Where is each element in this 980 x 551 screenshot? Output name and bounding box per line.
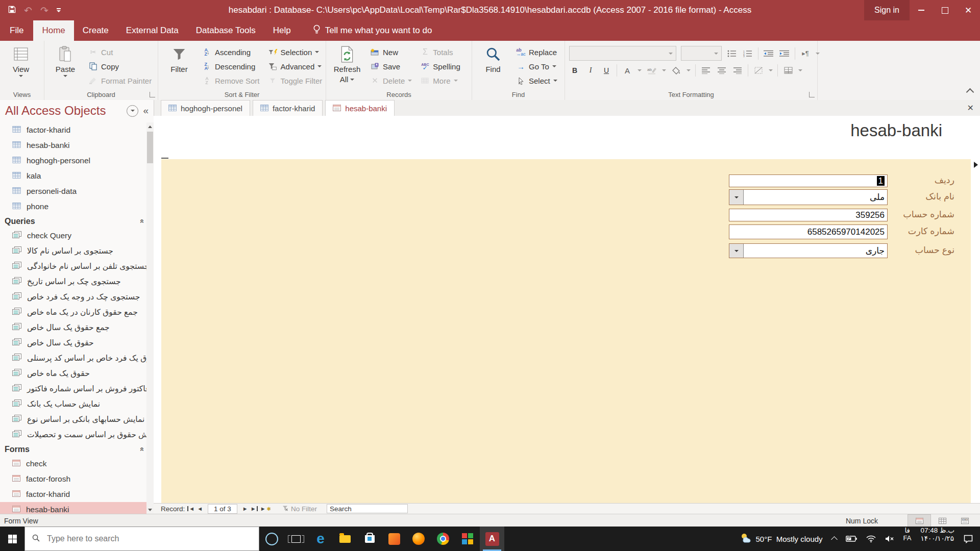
combo-dropdown-icon[interactable] — [729, 190, 744, 205]
spelling-button[interactable]: ABC✓ Spelling — [418, 59, 462, 73]
shutter-bar-close-icon[interactable]: « — [143, 105, 149, 116]
doc-tab-factor-kharid[interactable]: factor-kharid — [253, 100, 323, 116]
nav-query-item[interactable]: نمایش حقوق بر اساس سمت و تحصیلات — [0, 427, 146, 442]
nav-query-item[interactable]: جمع حقوق کارنان در یک ماه خاص — [0, 305, 146, 320]
nav-query-item[interactable]: جستجوی چک بر اساس تاریخ — [0, 274, 146, 289]
tab-home[interactable]: Home — [33, 20, 74, 41]
app-icon-orange[interactable] — [382, 527, 406, 551]
scroll-down-icon[interactable] — [146, 506, 154, 514]
save-record-button[interactable]: Save — [368, 59, 414, 73]
nav-query-item[interactable]: جستجوی بر اساس نام کالا — [0, 243, 146, 259]
bold-button[interactable]: B — [569, 65, 580, 76]
nav-query-item[interactable]: check Query — [0, 228, 146, 243]
decrease-indent-icon[interactable] — [763, 48, 774, 59]
clock-widget[interactable]: ب.ظ 07:48 ۱۴۰۰/۱۰/۲۵ — [916, 527, 960, 551]
paragraph-direction-icon[interactable]: ▸¶ — [800, 48, 811, 59]
delete-record-button[interactable]: ✕ Delete — [368, 73, 414, 88]
nav-table-phone[interactable]: phone — [0, 199, 146, 214]
descending-button[interactable]: ZA↓ Descending — [200, 59, 262, 73]
search-input[interactable] — [46, 534, 252, 544]
language-indicator[interactable]: فا FA — [899, 527, 916, 551]
nav-menu-icon[interactable] — [127, 105, 138, 117]
nav-form-check[interactable]: check — [0, 456, 146, 471]
battery-icon[interactable] — [841, 527, 862, 551]
doc-tab-hesab-banki[interactable]: hesab-banki — [325, 100, 395, 116]
font-size-combo[interactable] — [681, 46, 722, 61]
cortana-icon[interactable] — [259, 527, 284, 551]
access-taskbar-icon[interactable]: A — [480, 527, 504, 551]
office-icon[interactable] — [455, 527, 480, 551]
new-blank-record-button[interactable]: ►✱ — [260, 506, 271, 512]
collapse-ribbon-icon[interactable] — [966, 88, 974, 96]
nav-query-item[interactable]: فاکتور فروش بر اساس شماره فاکتور — [0, 381, 146, 396]
increase-indent-icon[interactable] — [779, 48, 790, 59]
weather-widget[interactable]: 50°F Mostly cloudy — [735, 527, 827, 551]
scroll-up-icon[interactable] — [146, 122, 154, 131]
advanced-button[interactable]: ... Advanced — [266, 59, 325, 73]
nav-query-item[interactable]: جستجوی تلفن بر اساس نام خانوادگی — [0, 259, 146, 274]
task-view-icon[interactable] — [284, 527, 308, 551]
tab-file[interactable]: File — [0, 20, 33, 41]
nav-query-item[interactable]: حقوق یک ماه خاص — [0, 366, 146, 381]
paste-button[interactable]: Paste — [48, 43, 82, 89]
close-button[interactable]: ✕ — [957, 0, 980, 20]
save-icon[interactable] — [8, 6, 16, 15]
font-color-icon[interactable]: A — [622, 65, 633, 76]
format-painter-button[interactable]: Format Painter — [86, 73, 154, 88]
undo-icon[interactable]: ↶ — [24, 6, 32, 15]
firefox-icon[interactable] — [406, 527, 431, 551]
nav-table-hesab-banki[interactable]: hesab-banki — [0, 138, 146, 153]
toggle-filter-button[interactable]: Toggle Filter — [266, 73, 325, 88]
tab-external-data[interactable]: External Data — [117, 20, 187, 41]
italic-button[interactable]: I — [585, 65, 596, 76]
doc-tab-hoghogh-personel[interactable]: hoghogh-personel — [161, 100, 250, 116]
form-view-button[interactable] — [908, 514, 931, 528]
nav-query-item[interactable]: جمع حقوق یک سال خاص — [0, 320, 146, 335]
tray-expand-icon[interactable] — [827, 527, 841, 551]
chrome-icon[interactable] — [431, 527, 455, 551]
nav-form-factor-kharid[interactable]: factor-kharid — [0, 487, 146, 502]
nav-section-queries[interactable]: Queries« — [0, 214, 146, 228]
font-name-combo[interactable] — [569, 46, 676, 61]
fill-color-icon[interactable] — [671, 65, 682, 76]
taskbar-search-box[interactable] — [24, 527, 259, 551]
volume-muted-icon[interactable] — [880, 527, 899, 551]
nav-query-item[interactable]: نمایش حسابهای بانکی بر اساس نوع — [0, 412, 146, 427]
nav-scrollbar[interactable] — [146, 122, 154, 514]
underline-button[interactable]: U — [601, 65, 612, 76]
align-left-icon[interactable] — [700, 65, 712, 76]
nav-form-factor-forosh[interactable]: factor-forosh — [0, 471, 146, 487]
maximize-button[interactable] — [933, 0, 957, 20]
edge-icon[interactable]: e — [308, 527, 333, 551]
totals-button[interactable]: Σ Totals — [418, 45, 462, 59]
nav-table-factor-kharid[interactable]: factor-kharid — [0, 122, 146, 138]
nav-table-hoghogh-personel[interactable]: hoghogh-personel — [0, 153, 146, 168]
cut-button[interactable]: ✂Cut — [86, 45, 154, 59]
align-center-icon[interactable] — [716, 65, 727, 76]
start-button[interactable] — [0, 527, 24, 551]
file-explorer-icon[interactable] — [333, 527, 357, 551]
previous-record-button[interactable]: ◄ — [197, 506, 203, 512]
layout-view-button[interactable] — [953, 515, 976, 527]
replace-button[interactable]: ab→ac Replace — [514, 45, 559, 59]
filter-button[interactable]: Filter — [162, 43, 196, 89]
nav-query-item[interactable]: نمایش حساب یک بانک — [0, 396, 146, 412]
filter-status[interactable]: No Filter — [282, 505, 317, 513]
close-document-icon[interactable]: ✕ — [967, 103, 974, 113]
copy-button[interactable]: Copy — [86, 59, 154, 73]
collapse-section-icon[interactable]: « — [138, 219, 146, 223]
clipboard-dialog-launcher[interactable] — [150, 92, 155, 97]
next-record-button[interactable]: ► — [242, 506, 248, 512]
view-button[interactable]: View — [4, 43, 38, 89]
sign-in-button[interactable]: Sign in — [864, 0, 910, 20]
record-position[interactable]: 1 of 3 — [208, 504, 237, 514]
nav-form-hesab-banki[interactable]: hesab-banki — [0, 502, 146, 514]
tab-database-tools[interactable]: Database Tools — [187, 20, 264, 41]
last-record-button[interactable]: ► — [251, 506, 258, 512]
first-record-button[interactable]: ◄ — [187, 506, 194, 512]
nav-query-item[interactable]: حقوق یک سال خاص — [0, 335, 146, 350]
action-center-icon[interactable] — [959, 527, 980, 551]
nav-table-personeli-data[interactable]: personeli-data — [0, 184, 146, 199]
find-button[interactable]: Find — [476, 43, 510, 89]
tab-create[interactable]: Create — [74, 20, 117, 41]
